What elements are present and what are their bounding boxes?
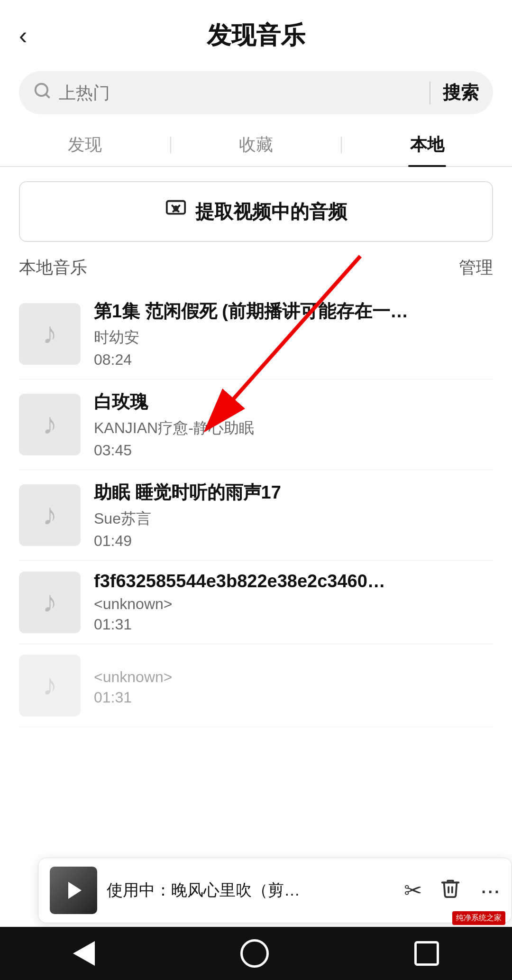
watermark: 纯净系统之家: [452, 911, 505, 925]
music-duration: 01:31: [94, 616, 493, 633]
music-title: 助眠 睡觉时听的雨声17: [94, 481, 493, 505]
search-bar: 搜索: [19, 71, 493, 114]
list-item[interactable]: ♪ f3f632585544e3b822e38e2c3460… <unknown…: [19, 561, 493, 644]
back-button[interactable]: ‹: [19, 21, 27, 50]
music-title: 白玫瑰: [94, 390, 493, 414]
music-title: 第1集 范闲假死 (前期播讲可能存在一…: [94, 299, 493, 324]
extract-audio-button[interactable]: 提取视频中的音频: [19, 181, 493, 242]
tab-local[interactable]: 本地: [342, 124, 512, 166]
music-artist: <unknown>: [94, 668, 493, 686]
svg-text:♪: ♪: [42, 584, 57, 618]
play-icon: [68, 882, 82, 899]
svg-text:♪: ♪: [42, 316, 57, 350]
nav-home-icon: [240, 939, 269, 968]
watermark-text: 纯净系统之家: [456, 914, 502, 922]
music-info: 助眠 睡觉时听的雨声17 Sue苏言 01:49: [94, 481, 493, 550]
music-info: 第1集 范闲假死 (前期播讲可能存在一… 时幼安 08:24: [94, 299, 493, 369]
search-icon: [33, 82, 51, 104]
list-item[interactable]: ♪ 第1集 范闲假死 (前期播讲可能存在一… 时幼安 08:24: [19, 289, 493, 379]
player-actions: ✂ ···: [404, 877, 500, 904]
album-art: ♪: [19, 655, 81, 716]
nav-home-button[interactable]: [221, 930, 288, 977]
music-info: 白玫瑰 KANJIAN疗愈-静心助眠 03:45: [94, 390, 493, 459]
search-input[interactable]: [59, 83, 417, 103]
album-art: ♪: [19, 572, 81, 633]
music-duration: 08:24: [94, 351, 493, 369]
nav-back-button[interactable]: [54, 932, 114, 975]
music-info: f3f632585544e3b822e38e2c3460… <unknown> …: [94, 571, 493, 633]
music-duration: 01:31: [94, 689, 493, 706]
list-item[interactable]: ♪ 白玫瑰 KANJIAN疗愈-静心助眠 03:45: [19, 379, 493, 470]
scissors-button[interactable]: ✂: [404, 878, 422, 903]
player-title: 使用中：晚风心里吹（剪…: [107, 879, 394, 901]
search-button[interactable]: 搜索: [443, 81, 479, 105]
extract-label: 提取视频中的音频: [195, 199, 347, 225]
music-duration: 03:45: [94, 442, 493, 459]
music-duration: 01:49: [94, 532, 493, 550]
player-info: 使用中：晚风心里吹（剪…: [107, 879, 394, 901]
nav-back-icon: [73, 941, 95, 966]
nav-recent-button[interactable]: [395, 932, 458, 975]
svg-point-3: [174, 206, 178, 210]
svg-text:♪: ♪: [42, 498, 57, 531]
section-header: 本地音乐 管理: [0, 251, 512, 289]
music-artist: 时幼安: [94, 327, 493, 348]
album-art: ♪: [19, 394, 81, 455]
album-art: ♪: [19, 484, 81, 546]
music-info: <unknown> 01:31: [94, 665, 493, 706]
music-artist: KANJIAN疗愈-静心助眠: [94, 418, 493, 439]
list-item[interactable]: ♪ 助眠 睡觉时听的雨声17 Sue苏言 01:49: [19, 470, 493, 561]
page-title: 发现音乐: [207, 19, 305, 52]
svg-text:♪: ♪: [42, 407, 57, 440]
tab-discover[interactable]: 发现: [0, 124, 170, 166]
album-art: ♪: [19, 303, 81, 365]
music-artist: Sue苏言: [94, 508, 493, 529]
list-item[interactable]: ♪ <unknown> 01:31: [19, 644, 493, 727]
tabs-bar: 发现 收藏 本地: [0, 124, 512, 167]
music-artist: <unknown>: [94, 595, 493, 613]
more-button[interactable]: ···: [480, 877, 500, 904]
music-title: f3f632585544e3b822e38e2c3460…: [94, 571, 493, 592]
extract-icon: [165, 198, 187, 225]
search-divider: [430, 82, 430, 104]
header: ‹ 发现音乐: [0, 0, 512, 62]
delete-button[interactable]: [439, 877, 461, 904]
svg-text:♪: ♪: [42, 668, 57, 701]
player-bar: 使用中：晚风心里吹（剪… ✂ ···: [38, 858, 512, 923]
manage-button[interactable]: 管理: [459, 256, 493, 279]
player-thumbnail: [50, 867, 97, 914]
tab-favorites[interactable]: 收藏: [171, 124, 341, 166]
bottom-nav: [0, 927, 512, 980]
nav-recent-icon: [414, 941, 439, 966]
section-title: 本地音乐: [19, 256, 87, 279]
svg-line-1: [46, 94, 49, 97]
music-list: ♪ 第1集 范闲假死 (前期播讲可能存在一… 时幼安 08:24 ♪ 白玫瑰 K…: [0, 289, 512, 727]
